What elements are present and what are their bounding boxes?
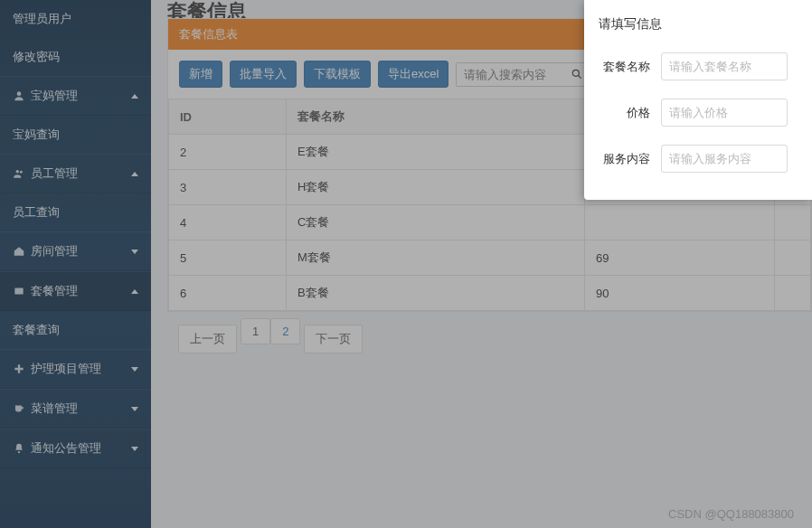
field-name-label: 套餐名称 — [584, 59, 661, 75]
modal: 请填写信息 套餐名称 价格 服务内容 — [584, 0, 812, 200]
field-price-label: 价格 — [584, 105, 661, 121]
field-name-input[interactable] — [661, 52, 788, 80]
modal-title: 请填写信息 — [584, 16, 812, 43]
watermark: CSDN @QQ188083800 — [668, 507, 794, 521]
field-service-input[interactable] — [661, 145, 788, 173]
field-service-label: 服务内容 — [584, 151, 661, 167]
field-price-input[interactable] — [661, 99, 788, 127]
